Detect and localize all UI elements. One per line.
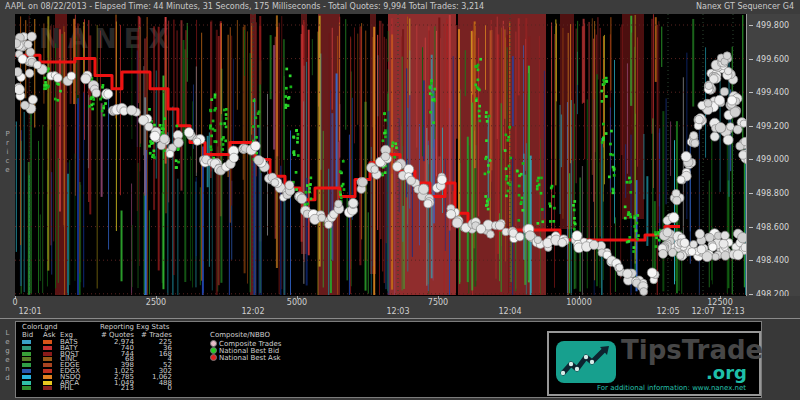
price-tick bbox=[749, 126, 753, 127]
price-tick-label: 498.400 bbox=[756, 256, 789, 265]
axis-letter: d bbox=[0, 374, 15, 382]
time-label: 12:03 bbox=[378, 307, 418, 316]
bid-color-swatch bbox=[22, 381, 31, 385]
tipstrade-org: .org bbox=[706, 362, 747, 383]
nbbo-label: National Best Ask bbox=[219, 354, 281, 362]
price-tick-label: 499.800 bbox=[756, 21, 789, 30]
quote-count-label: 5000 bbox=[277, 298, 317, 307]
nanex-sequencer-window: AAPL on 08/22/2013 - Elapsed Time: 44 Mi… bbox=[0, 0, 800, 400]
bid-color-swatch bbox=[22, 386, 31, 390]
quote-count-label: 0 bbox=[0, 298, 35, 307]
exchange-name: PHL bbox=[60, 385, 73, 391]
axis-letter: c bbox=[0, 157, 15, 165]
price-tick bbox=[749, 193, 753, 194]
tipstrade-chart-icon bbox=[556, 341, 616, 383]
quote-count-label: 2500 bbox=[136, 298, 176, 307]
quote-count-label: 7500 bbox=[418, 298, 458, 307]
legend-section: ColorLgnd Bid Ask Exg Reporting Exg Stat… bbox=[0, 319, 800, 400]
axis-letter: g bbox=[0, 347, 15, 355]
header-bar: AAPL on 08/22/2013 - Elapsed Time: 44 Mi… bbox=[0, 0, 800, 14]
nbbo-dot bbox=[210, 347, 217, 354]
ask-color-swatch bbox=[43, 352, 52, 356]
price-tick-label: 499.400 bbox=[756, 88, 789, 97]
nanex-info-link[interactable]: For additional information: www.nanex.ne… bbox=[597, 384, 746, 392]
axis-letter: e bbox=[0, 356, 15, 364]
header-title: AAPL on 08/22/2013 - Elapsed Time: 44 Mi… bbox=[5, 0, 484, 14]
legend-panel: ColorLgnd Bid Ask Exg Reporting Exg Stat… bbox=[15, 321, 762, 398]
tipstrade-logo: TipsTrade .org For additional informatio… bbox=[547, 331, 761, 396]
nbbo-dot bbox=[210, 354, 217, 361]
colorlgnd-header: ColorLgnd bbox=[22, 323, 58, 331]
price-tick-label: 499.000 bbox=[756, 155, 789, 164]
ask-color-swatch bbox=[43, 369, 52, 373]
price-tick-label: 499.200 bbox=[756, 122, 789, 131]
ask-color-swatch bbox=[43, 340, 52, 344]
price-tick-label: 498.800 bbox=[756, 189, 789, 198]
ask-color-swatch bbox=[43, 363, 52, 367]
nbbo-header: Composite/NBBO bbox=[210, 331, 270, 339]
axis-letter: n bbox=[0, 365, 15, 373]
quote-trade-canvas: NANEX bbox=[15, 14, 746, 296]
ask-color-swatch bbox=[43, 357, 52, 361]
price-tick bbox=[749, 294, 753, 295]
bid-color-swatch bbox=[22, 340, 31, 344]
price-tick bbox=[749, 59, 753, 60]
exchange-trades: 0 bbox=[134, 385, 172, 391]
reporting-stats-header: Reporting Exg Stats bbox=[100, 323, 169, 331]
price-axis-label-strip: Price bbox=[0, 14, 15, 296]
price-tick-label: 499.600 bbox=[756, 55, 789, 64]
ask-color-swatch bbox=[43, 346, 52, 350]
price-tick bbox=[749, 260, 753, 261]
ask-color-swatch bbox=[43, 381, 52, 385]
price-tick bbox=[749, 92, 753, 93]
ask-color-swatch bbox=[43, 386, 52, 390]
bid-color-swatch bbox=[22, 369, 31, 373]
chart-plot[interactable]: NANEX bbox=[15, 14, 746, 296]
axis-letter: i bbox=[0, 148, 15, 156]
price-tick bbox=[749, 159, 753, 160]
axis-letter: P bbox=[0, 130, 15, 138]
axis-letter: L bbox=[0, 329, 15, 337]
bid-color-swatch bbox=[22, 357, 31, 361]
price-axis: 499.800499.600499.400499.200499.000498.8… bbox=[746, 14, 800, 296]
nbbo-dot bbox=[210, 340, 217, 347]
axis-letter: r bbox=[0, 139, 15, 147]
axis-letter: e bbox=[0, 166, 15, 174]
price-tick-label: 498.600 bbox=[756, 223, 789, 232]
quote-count-label: 10000 bbox=[559, 298, 599, 307]
bid-color-swatch bbox=[22, 375, 31, 379]
time-label: 12:05 bbox=[648, 307, 688, 316]
bid-column-header: Bid bbox=[22, 331, 33, 339]
price-tick bbox=[749, 25, 753, 26]
ask-column-header: Ask bbox=[43, 331, 56, 339]
time-label: 12:01 bbox=[10, 307, 50, 316]
exchange-quotes: 213 bbox=[96, 385, 134, 391]
time-label: 12:13 bbox=[713, 307, 753, 316]
tipstrade-name: TipsTrade bbox=[621, 335, 763, 365]
time-label: 12:02 bbox=[233, 307, 273, 316]
ask-color-swatch bbox=[43, 375, 52, 379]
time-axis: 0250050007500100001250012:0112:0212:0312… bbox=[0, 296, 800, 319]
quote-count-label: 12500 bbox=[700, 298, 740, 307]
axis-letter: e bbox=[0, 338, 15, 346]
app-title: Nanex GT Sequencer G4 bbox=[696, 0, 794, 14]
bid-color-swatch bbox=[22, 352, 31, 356]
time-label: 12:04 bbox=[490, 307, 530, 316]
bid-color-swatch bbox=[22, 346, 31, 350]
bid-color-swatch bbox=[22, 363, 31, 367]
price-tick bbox=[749, 227, 753, 228]
